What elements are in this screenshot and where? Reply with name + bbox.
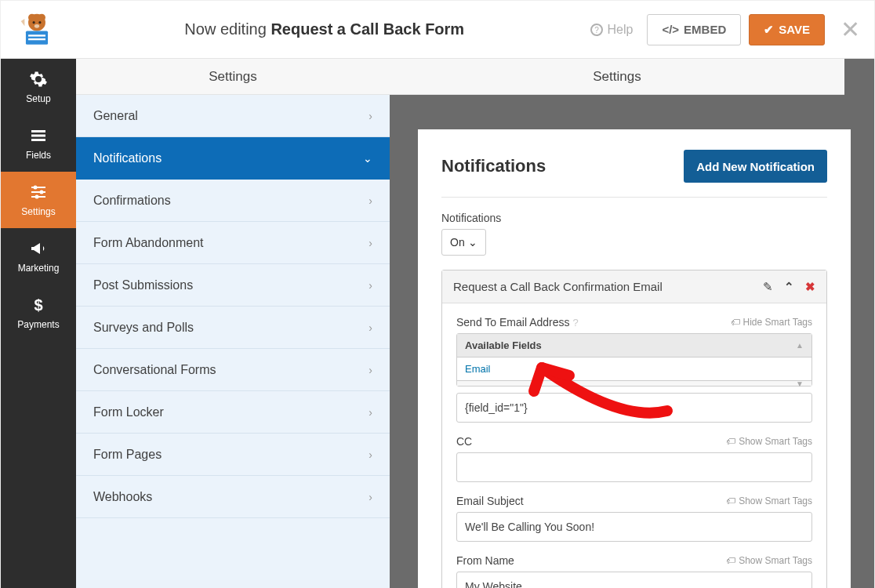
save-button[interactable]: ✔ SAVE: [749, 14, 825, 45]
svg-point-5: [34, 24, 39, 27]
subject-label: Email Subject: [456, 495, 524, 507]
svg-point-18: [40, 191, 44, 194]
canvas-heading: Settings: [390, 59, 844, 95]
notification-title: Request a Call Back Confirmation Email: [453, 280, 663, 293]
sliders-icon: [29, 183, 48, 201]
subnav-surveys-polls[interactable]: Surveys and Polls›: [76, 307, 390, 349]
check-icon: ✔: [764, 23, 774, 37]
tag-icon: 🏷: [731, 317, 740, 328]
available-fields-box: Available Fields▲ Email ▼: [456, 333, 812, 387]
main-canvas: Notifications Add New Notification Notif…: [390, 59, 874, 588]
add-notification-button[interactable]: Add New Notification: [684, 150, 827, 183]
rail-settings[interactable]: Settings: [1, 172, 76, 228]
chevron-down-icon: ⌄: [363, 152, 372, 165]
bullhorn-icon: [29, 239, 48, 258]
tag-icon: 🏷: [726, 495, 735, 506]
from-name-input[interactable]: [456, 572, 812, 588]
notification-item: Request a Call Back Confirmation Email ✎…: [441, 270, 827, 588]
subnav-form-locker[interactable]: Form Locker›: [76, 391, 390, 434]
subject-input[interactable]: [456, 512, 812, 542]
available-field-email[interactable]: Email: [457, 358, 811, 381]
svg-point-19: [35, 195, 39, 199]
chevron-down-icon: ⌄: [468, 236, 477, 249]
close-icon[interactable]: ✕: [841, 16, 860, 43]
subnav-heading: Settings: [76, 59, 390, 95]
subnav-conversational-forms[interactable]: Conversational Forms›: [76, 349, 390, 391]
svg-rect-7: [28, 34, 45, 36]
chevron-right-icon: ›: [369, 406, 372, 419]
chevron-right-icon: ›: [369, 279, 372, 292]
list-icon: [29, 126, 48, 145]
svg-text:$: $: [34, 296, 42, 314]
gear-icon: [29, 70, 48, 89]
editing-title: Now editing Request a Call Back Form: [59, 20, 590, 38]
svg-point-1: [28, 13, 35, 20]
svg-point-3: [33, 21, 35, 24]
code-icon: </>: [662, 23, 679, 36]
chevron-right-icon: ›: [369, 237, 372, 249]
svg-rect-6: [26, 31, 48, 44]
show-smart-tags-subject[interactable]: 🏷Show Smart Tags: [726, 495, 812, 506]
tag-icon: 🏷: [726, 555, 735, 566]
subnav-general[interactable]: General›: [76, 95, 390, 137]
hide-smart-tags[interactable]: 🏷Hide Smart Tags: [731, 317, 812, 328]
show-smart-tags-from[interactable]: 🏷Show Smart Tags: [726, 555, 812, 566]
chevron-right-icon: ›: [369, 110, 372, 122]
chevron-right-icon: ›: [369, 448, 372, 461]
send-to-label: Send To Email Address?: [456, 316, 579, 328]
edit-icon[interactable]: ✎: [763, 280, 773, 294]
chevron-right-icon: ›: [369, 321, 372, 334]
svg-point-2: [38, 13, 45, 20]
chevron-right-icon: ›: [369, 364, 372, 376]
rail-fields[interactable]: Fields: [1, 115, 76, 172]
svg-point-4: [38, 21, 41, 24]
cc-input[interactable]: [456, 452, 812, 482]
editing-prefix: Now editing: [184, 20, 267, 38]
cc-label: CC: [456, 435, 472, 448]
chevron-right-icon: ›: [369, 491, 372, 503]
subnav-webhooks[interactable]: Webhooks›: [76, 476, 390, 518]
svg-rect-8: [28, 38, 45, 39]
triangle-up-icon[interactable]: ▲: [796, 341, 804, 350]
help-icon[interactable]: ?: [573, 317, 579, 328]
form-name: Request a Call Back Form: [270, 20, 464, 38]
available-fields-label: Available Fields: [465, 339, 542, 351]
svg-text:?: ?: [594, 26, 599, 34]
svg-rect-11: [31, 130, 45, 132]
svg-rect-13: [31, 139, 45, 141]
subnav-post-submissions[interactable]: Post Submissions›: [76, 264, 390, 307]
rail-marketing[interactable]: Marketing: [1, 228, 76, 285]
rail-payments[interactable]: $ Payments: [1, 285, 76, 341]
svg-rect-12: [31, 135, 45, 137]
subnav-form-abandonment[interactable]: Form Abandonment›: [76, 222, 390, 264]
subnav-form-pages[interactable]: Form Pages›: [76, 434, 390, 476]
left-rail: Setup Fields Settings Marketing $ Paymen…: [1, 59, 76, 588]
app-logo: [15, 8, 59, 52]
embed-button[interactable]: </> EMBED: [647, 14, 741, 45]
notifications-toggle[interactable]: On ⌄: [441, 229, 486, 256]
dollar-icon: $: [29, 296, 48, 314]
rail-setup[interactable]: Setup: [1, 59, 76, 115]
top-bar: Now editing Request a Call Back Form ? H…: [1, 1, 874, 59]
collapse-icon[interactable]: ⌃: [784, 280, 794, 294]
settings-subnav: Settings General› Notifications⌄ Confirm…: [76, 59, 390, 588]
show-smart-tags-cc[interactable]: 🏷Show Smart Tags: [726, 436, 812, 447]
panel-title: Notifications: [441, 156, 546, 176]
triangle-down-icon[interactable]: ▼: [796, 379, 804, 388]
tag-icon: 🏷: [726, 436, 735, 447]
delete-icon[interactable]: ✖: [805, 280, 815, 294]
svg-point-17: [34, 186, 38, 190]
chevron-right-icon: ›: [369, 194, 372, 207]
notifications-panel: Notifications Add New Notification Notif…: [418, 129, 851, 588]
send-to-input[interactable]: [456, 393, 812, 423]
from-name-label: From Name: [456, 554, 514, 567]
help-link[interactable]: ? Help: [590, 23, 634, 37]
subnav-confirmations[interactable]: Confirmations›: [76, 180, 390, 222]
notifications-toggle-label: Notifications: [441, 212, 827, 224]
subnav-notifications[interactable]: Notifications⌄: [76, 137, 390, 180]
